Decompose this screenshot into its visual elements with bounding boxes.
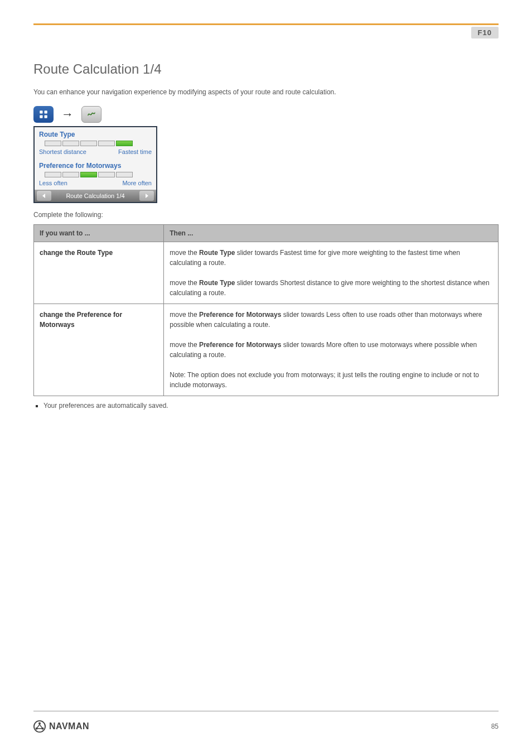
page-title: Route Calculation 1/4 [33, 61, 499, 77]
route-type-slider[interactable] [35, 141, 156, 148]
page-content: Route Calculation 1/4 You can enhance yo… [33, 61, 499, 410]
motorway-pref-slider[interactable] [35, 172, 156, 180]
text: Preference for Motorways [199, 311, 281, 319]
top-divider [33, 23, 499, 25]
col-header-then: Then ... [164, 225, 499, 242]
text: move the [170, 341, 199, 349]
text: move the [170, 311, 199, 319]
auto-save-note: Your preferences are automatically saved… [33, 402, 499, 410]
next-page-button[interactable] [139, 191, 154, 201]
text: Route Type [199, 279, 235, 287]
svg-rect-1 [45, 110, 47, 113]
model-badge: F10 [471, 27, 499, 38]
nav-icon-row: → [33, 106, 499, 123]
text: Route Type [199, 249, 235, 257]
bottom-divider [33, 711, 499, 711]
page-number: 85 [491, 723, 499, 730]
text: move the [170, 249, 199, 257]
table-header-row: If you want to ... Then ... [34, 225, 499, 242]
bullet-icon [36, 405, 38, 407]
svg-rect-0 [40, 110, 42, 113]
row2-if: change the Preference for Motorways [34, 304, 164, 396]
col-header-if: If you want to ... [34, 225, 164, 242]
brand-text: NAVMAN [49, 721, 89, 731]
note-text: Note: The option does not exclude you fr… [170, 371, 479, 389]
route-type-range: Shortest distance Fastest time [35, 148, 156, 158]
route-type-label: Route Type [35, 127, 156, 141]
row1-then: move the Route Type slider towards Faste… [164, 242, 499, 304]
table-row: change the Preference for Motorways move… [34, 304, 499, 396]
help-text: Complete the following: [33, 211, 499, 219]
brand-logo: NAVMAN [33, 720, 89, 733]
preferences-table: If you want to ... Then ... change the R… [33, 224, 499, 396]
footer-title: Route Calculation 1/4 [66, 192, 124, 199]
route-type-min: Shortest distance [39, 148, 86, 155]
motorway-pref-label: Preference for Motorways [35, 158, 156, 172]
intro-text: You can enhance your navigation experien… [33, 88, 499, 96]
row1-if: change the Route Type [34, 242, 164, 304]
row2-then: move the Preference for Motorways slider… [164, 304, 499, 396]
table-row: change the Route Type move the Route Typ… [34, 242, 499, 304]
text: move the [170, 279, 199, 287]
note-text: Your preferences are automatically saved… [43, 402, 168, 410]
apps-icon[interactable] [33, 106, 54, 123]
route-type-max: Fastest time [118, 148, 152, 155]
text: Preference for Motorways [199, 341, 281, 349]
navman-logo-icon [33, 720, 46, 733]
screenshot-footer: Route Calculation 1/4 [35, 190, 156, 202]
svg-rect-3 [45, 115, 47, 118]
svg-rect-2 [40, 115, 42, 118]
motorway-pref-min: Less often [39, 180, 67, 186]
motorway-pref-range: Less often More often [35, 180, 156, 190]
prev-page-button[interactable] [37, 191, 51, 201]
arrow-right-icon: → [61, 107, 74, 122]
settings-screenshot: Route Type Shortest distance Fastest tim… [33, 126, 157, 203]
svg-point-5 [38, 722, 41, 724]
motorway-pref-max: More often [122, 180, 152, 186]
route-settings-icon[interactable] [81, 106, 101, 123]
